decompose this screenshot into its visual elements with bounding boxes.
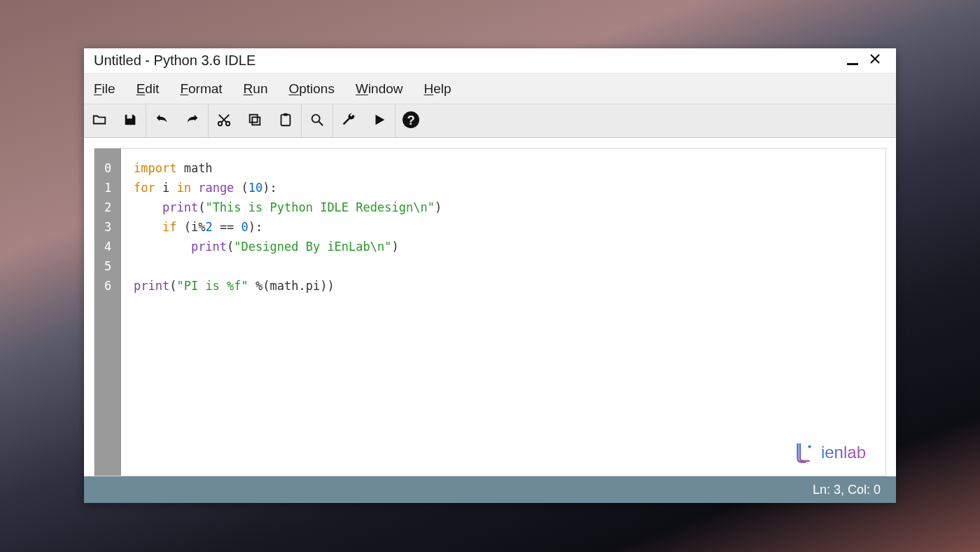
menu-help[interactable]: Help <box>424 81 451 97</box>
titlebar: Untitled - Python 3.6 IDLE <box>84 48 896 74</box>
search-button[interactable] <box>302 104 332 137</box>
status-bar: Ln: 3, Col: 0 <box>84 476 896 503</box>
menu-options[interactable]: Options <box>288 81 334 97</box>
cut-icon <box>216 112 232 130</box>
paste-button[interactable] <box>270 104 301 137</box>
minimize-button[interactable] <box>841 50 864 72</box>
cut-button[interactable] <box>209 104 239 137</box>
search-icon <box>309 112 325 130</box>
minimize-icon <box>847 63 858 65</box>
run-button[interactable] <box>364 104 395 137</box>
svg-text:?: ? <box>407 112 414 127</box>
svg-rect-5 <box>284 113 288 116</box>
window-title: Untitled - Python 3.6 IDLE <box>94 53 841 69</box>
close-button[interactable] <box>864 50 886 72</box>
watermark: ienlab <box>792 441 866 464</box>
menu-run[interactable]: Run <box>244 81 268 97</box>
line-number: 3 <box>94 217 121 237</box>
line-number: 1 <box>94 178 121 198</box>
redo-button[interactable] <box>177 104 208 137</box>
code-content[interactable]: import math for i in range (10): print("… <box>121 149 454 476</box>
folder-open-icon <box>92 112 107 130</box>
line-number: 5 <box>94 256 121 276</box>
copy-button[interactable] <box>239 104 270 137</box>
editor-area: 0 1 2 3 4 5 6 import math for i in range… <box>84 138 896 476</box>
menu-file[interactable]: File <box>94 81 115 97</box>
help-button[interactable]: ? <box>396 104 426 137</box>
toolbar: ? <box>84 104 896 138</box>
help-icon: ? <box>402 111 420 132</box>
menu-edit[interactable]: Edit <box>136 81 160 97</box>
line-number: 6 <box>94 276 121 296</box>
menu-format[interactable]: Format <box>180 81 222 97</box>
cursor-position: Ln: 3, Col: 0 <box>813 483 881 497</box>
menu-bar: File Edit Format Run Options Window Help <box>84 74 896 104</box>
svg-point-6 <box>312 114 320 122</box>
play-icon <box>372 112 387 130</box>
code-editor[interactable]: 0 1 2 3 4 5 6 import math for i in range… <box>94 148 886 476</box>
line-number: 0 <box>94 158 121 178</box>
save-button[interactable] <box>115 104 146 137</box>
copy-icon <box>247 112 262 130</box>
line-gutter: 0 1 2 3 4 5 6 <box>94 149 121 476</box>
save-icon <box>122 112 138 130</box>
line-number: 4 <box>94 237 121 256</box>
paste-icon <box>278 112 293 130</box>
svg-rect-3 <box>250 114 258 122</box>
wrench-icon <box>341 112 356 130</box>
close-icon <box>869 53 881 69</box>
svg-rect-4 <box>281 114 290 125</box>
redo-icon <box>185 112 200 130</box>
undo-button[interactable] <box>146 104 177 137</box>
line-number: 2 <box>94 198 121 217</box>
open-button[interactable] <box>84 104 115 137</box>
settings-button[interactable] <box>333 104 364 137</box>
undo-icon <box>154 112 169 130</box>
ienlab-logo-icon <box>792 441 816 464</box>
menu-window[interactable]: Window <box>356 81 403 97</box>
svg-point-9 <box>808 445 811 448</box>
watermark-text: ienlab <box>821 443 866 462</box>
app-window: Untitled - Python 3.6 IDLE File Edit For… <box>84 48 896 503</box>
svg-rect-2 <box>252 117 260 125</box>
